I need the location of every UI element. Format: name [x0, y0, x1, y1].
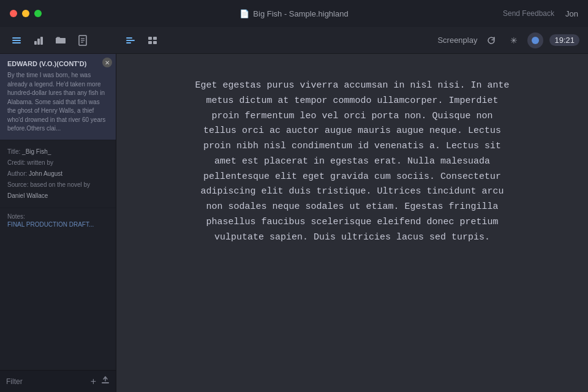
folder-button[interactable] [53, 32, 69, 48]
meta-author-row: Author: John August [7, 168, 108, 179]
svg-rect-12 [126, 42, 131, 43]
main-area: EDWARD (V.O.)(CONT'D) ✕ By the time I wa… [0, 54, 588, 392]
svg-rect-11 [126, 40, 135, 41]
notes-value: FINAL PRODUCTION DRAFT... [7, 221, 108, 228]
svg-rect-3 [34, 41, 37, 45]
sidebar-notes: Notes: FINAL PRODUCTION DRAFT... [0, 208, 116, 233]
titlebar-center: 📄 Big Fish - Sample.highland [239, 9, 348, 18]
list-icon [11, 35, 22, 46]
sidebar: EDWARD (V.O.)(CONT'D) ✕ By the time I wa… [0, 54, 116, 392]
add-item-button[interactable]: + [91, 377, 96, 386]
notes-label: Notes: [7, 213, 108, 220]
meta-credit-row: Credit: written by [7, 157, 108, 168]
stats-button[interactable] [31, 32, 47, 48]
record-button[interactable] [527, 32, 543, 48]
scene-card-close-button[interactable]: ✕ [102, 58, 112, 67]
toolbar: Screenplay ✳ 19:21 [0, 27, 588, 54]
user-name: Jon [565, 9, 578, 18]
svg-rect-1 [12, 40, 21, 41]
refresh-icon [486, 35, 497, 46]
asterisk-icon: ✳ [508, 35, 519, 46]
traffic-light-minimize[interactable] [22, 10, 29, 17]
record-icon [530, 35, 541, 46]
content-area: Eget egestas purus viverra accumsan in n… [116, 54, 588, 392]
traffic-light-maximize[interactable] [34, 10, 42, 17]
svg-text:✳: ✳ [510, 36, 518, 45]
card-icon [147, 35, 158, 46]
toolbar-left [9, 32, 429, 48]
filter-label: Filter [6, 377, 86, 386]
align-left-icon [125, 35, 136, 46]
meta-source-row: Source: based on the novel by [7, 179, 108, 190]
svg-rect-0 [12, 37, 21, 39]
export-icon [101, 376, 110, 385]
meta-title-row: Title: _Big Fish_ [7, 146, 108, 157]
time-display: 19:21 [549, 34, 579, 46]
svg-rect-14 [153, 37, 157, 40]
scene-card-title: EDWARD (V.O.)(CONT'D) [7, 60, 108, 67]
card-view-button[interactable] [145, 32, 160, 48]
export-button[interactable] [101, 376, 110, 386]
screenplay-label: Screenplay [437, 36, 477, 45]
sidebar-meta: Title: _Big Fish_ Credit: written by Aut… [0, 140, 116, 208]
svg-rect-2 [12, 42, 21, 43]
document-button[interactable] [75, 32, 91, 48]
meta-source-value: Daniel Wallace [7, 190, 108, 202]
list-view-button[interactable] [9, 32, 24, 48]
svg-rect-13 [148, 37, 152, 40]
document-icon [77, 35, 88, 46]
scene-card-text: By the time I was born, he was already a… [7, 71, 108, 134]
svg-rect-15 [148, 41, 152, 44]
window-title: Big Fish - Sample.highland [253, 9, 348, 18]
toolbar-right-section: Screenplay ✳ 19:21 [437, 32, 579, 48]
screenplay-body: Eget egestas purus viverra accumsan in n… [193, 78, 511, 245]
asterisk-button[interactable]: ✳ [505, 32, 521, 48]
file-icon: 📄 [239, 9, 249, 18]
refresh-button[interactable] [483, 32, 499, 48]
send-feedback-link[interactable]: Send Feedback [503, 9, 554, 18]
bar-chart-icon [33, 35, 44, 46]
sidebar-footer: Filter + [0, 370, 116, 392]
svg-rect-4 [37, 39, 40, 45]
svg-point-18 [532, 37, 539, 44]
svg-rect-16 [153, 41, 157, 44]
traffic-light-close[interactable] [10, 10, 17, 17]
folder-icon [55, 35, 66, 46]
svg-rect-19 [102, 382, 109, 383]
svg-rect-10 [126, 37, 132, 39]
titlebar-left [10, 10, 42, 17]
align-left-button[interactable] [123, 32, 138, 48]
svg-rect-5 [40, 37, 43, 45]
scene-card: EDWARD (V.O.)(CONT'D) ✕ By the time I wa… [0, 54, 116, 140]
titlebar-right: Send Feedback Jon [503, 9, 578, 18]
titlebar: 📄 Big Fish - Sample.highland Send Feedba… [0, 0, 588, 27]
